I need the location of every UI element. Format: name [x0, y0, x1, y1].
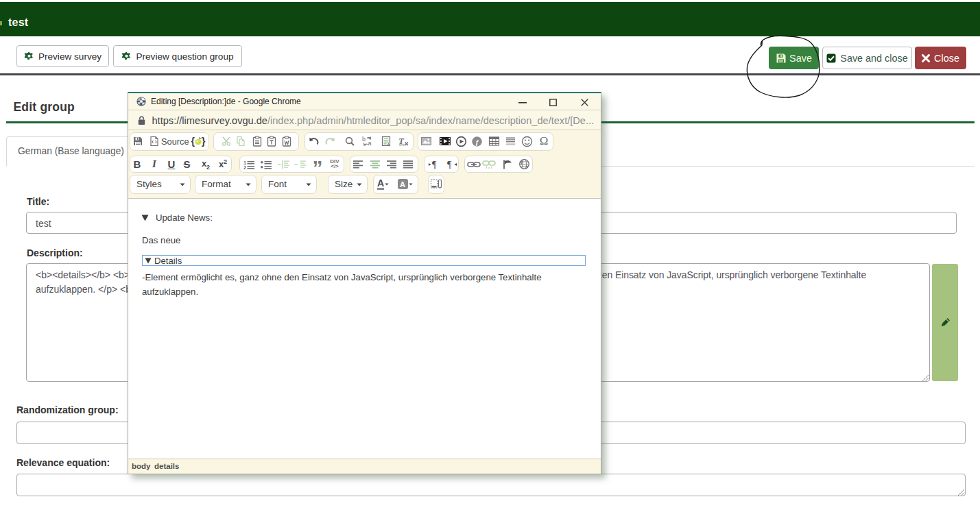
svg-text:¶: ¶: [447, 160, 452, 170]
svg-text:a: a: [368, 140, 372, 147]
svg-text:¶: ¶: [432, 160, 437, 170]
svg-text:T: T: [398, 136, 405, 146]
svg-text:b: b: [362, 136, 366, 143]
svg-text:2: 2: [243, 165, 246, 170]
